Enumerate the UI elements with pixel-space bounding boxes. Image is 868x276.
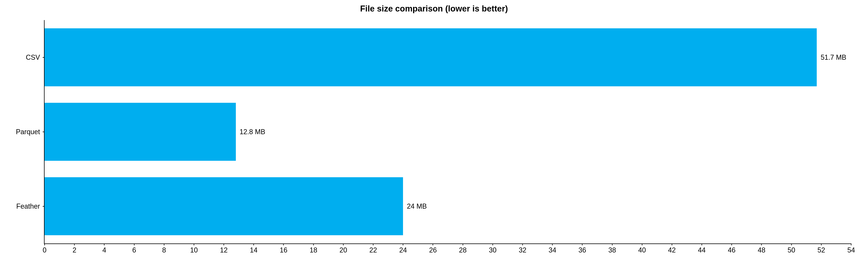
x-tick-label: 16 <box>280 246 287 254</box>
x-tick-mark <box>463 243 463 245</box>
x-tick-label: 18 <box>310 246 317 254</box>
x-tick-mark <box>253 243 254 245</box>
bar-value-label: 24 MB <box>407 202 427 210</box>
x-tick-label: 36 <box>579 246 586 254</box>
y-tick-mark <box>43 206 44 207</box>
x-tick-mark <box>522 243 523 245</box>
bar-parquet <box>44 103 236 161</box>
chart-container: File size comparison (lower is better) C… <box>0 0 868 276</box>
bar-feather <box>44 177 403 235</box>
bar-csv <box>44 28 817 86</box>
x-tick-label: 34 <box>549 246 556 254</box>
x-tick-label: 6 <box>132 246 136 254</box>
x-tick-label: 42 <box>668 246 676 254</box>
x-tick-mark <box>582 243 583 245</box>
x-tick-mark <box>851 243 851 245</box>
x-tick-label: 32 <box>519 246 526 254</box>
x-tick-label: 24 <box>399 246 407 254</box>
x-tick-label: 8 <box>162 246 166 254</box>
bar-value-label: 12.8 MB <box>240 128 265 136</box>
x-tick-mark <box>642 243 642 245</box>
x-tick-mark <box>791 243 792 245</box>
x-tick-label: 48 <box>757 246 765 254</box>
x-tick-mark <box>403 243 403 245</box>
y-tick-label: Parquet <box>16 128 40 136</box>
x-tick-label: 52 <box>817 246 825 254</box>
x-tick-mark <box>552 243 553 245</box>
x-tick-mark <box>492 243 493 245</box>
x-tick-mark <box>164 243 164 245</box>
x-tick-mark <box>702 243 702 245</box>
y-tick-label: Feather <box>16 202 40 210</box>
x-tick-label: 30 <box>489 246 497 254</box>
bar-value-label: 51.7 MB <box>820 53 846 61</box>
x-tick-label: 28 <box>459 246 467 254</box>
x-tick-mark <box>343 243 344 245</box>
y-tick-mark <box>43 57 44 58</box>
axes: CSV51.7 MBParquet12.8 MBFeather24 MB0246… <box>44 20 851 244</box>
x-tick-mark <box>44 243 45 245</box>
x-tick-label: 0 <box>43 246 46 254</box>
x-tick-mark <box>74 243 75 245</box>
plot-area: CSV51.7 MBParquet12.8 MBFeather24 MB0246… <box>44 20 851 255</box>
x-tick-mark <box>313 243 314 245</box>
x-tick-mark <box>732 243 732 245</box>
x-tick-mark <box>672 243 672 245</box>
x-tick-mark <box>373 243 374 245</box>
x-tick-mark <box>134 243 134 245</box>
x-tick-label: 54 <box>847 246 855 254</box>
x-tick-mark <box>821 243 822 245</box>
x-tick-label: 2 <box>72 246 76 254</box>
x-tick-label: 44 <box>698 246 706 254</box>
x-tick-mark <box>224 243 224 245</box>
x-tick-label: 12 <box>220 246 228 254</box>
x-tick-label: 50 <box>788 246 795 254</box>
x-tick-label: 46 <box>728 246 736 254</box>
x-tick-mark <box>193 243 194 245</box>
x-tick-mark <box>433 243 433 245</box>
x-tick-label: 4 <box>102 246 106 254</box>
x-tick-label: 20 <box>340 246 347 254</box>
x-tick-label: 26 <box>429 246 437 254</box>
y-tick-label: CSV <box>26 53 40 61</box>
y-tick-mark <box>43 131 44 132</box>
x-tick-mark <box>104 243 105 245</box>
x-tick-label: 14 <box>250 246 257 254</box>
x-tick-mark <box>283 243 284 245</box>
x-tick-label: 10 <box>190 246 198 254</box>
x-tick-mark <box>612 243 613 245</box>
x-tick-mark <box>761 243 762 245</box>
x-tick-label: 40 <box>638 246 646 254</box>
chart-title: File size comparison (lower is better) <box>0 4 868 13</box>
x-tick-label: 38 <box>608 246 616 254</box>
x-tick-label: 22 <box>369 246 377 254</box>
